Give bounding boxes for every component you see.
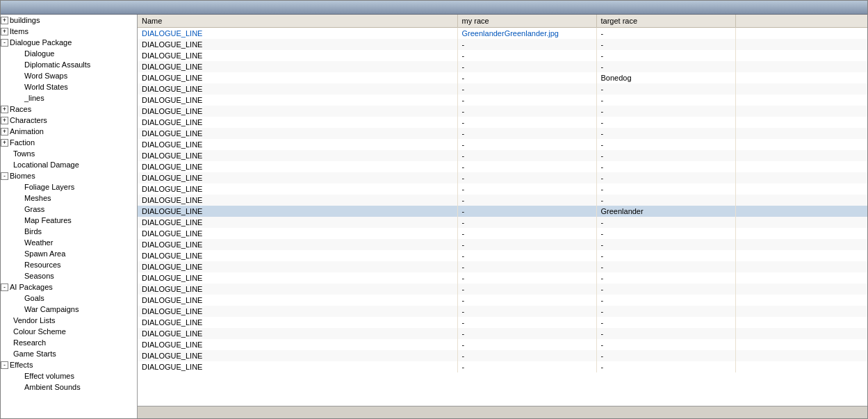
sidebar-item-game-starts[interactable]: Game Starts (1, 348, 137, 359)
expand-icon[interactable]: + (1, 139, 8, 147)
table-row[interactable]: DIALOGUE_LINE-- (138, 317, 867, 328)
cell-name[interactable]: DIALOGUE_LINE (138, 28, 457, 39)
cell-name: DIALOGUE_LINE (138, 106, 457, 117)
table-row[interactable]: DIALOGUE_LINE-- (138, 339, 867, 350)
cell-name: DIALOGUE_LINE (138, 239, 457, 250)
collapse-icon[interactable]: - (1, 361, 8, 369)
table-row[interactable]: DIALOGUE_LINE-- (138, 217, 867, 228)
sidebar-item-foliage-layers[interactable]: Foliage Layers (1, 181, 137, 192)
table-row[interactable]: DIALOGUE_LINE-- (138, 150, 867, 161)
sidebar-item-label: Resources (23, 261, 137, 269)
table-row[interactable]: DIALOGUE_LINE-- (138, 61, 867, 72)
sidebar-item-label: Spawn Area (23, 249, 137, 258)
sidebar-item-effects[interactable]: -Effects (1, 359, 137, 370)
table-row[interactable]: DIALOGUE_LINE-- (138, 272, 867, 284)
sidebar-item-races[interactable]: +Races (1, 104, 137, 115)
col-header-name[interactable]: Name (138, 15, 457, 28)
sidebar-item-goals[interactable]: Goals (1, 293, 137, 304)
sidebar-item-spawn-area[interactable]: Spawn Area (1, 248, 137, 259)
expand-icon[interactable]: + (1, 17, 8, 24)
sidebar-item-locational-damage[interactable]: Locational Damage (1, 159, 137, 170)
expand-icon[interactable]: + (1, 28, 8, 35)
collapse-icon[interactable]: - (1, 172, 8, 180)
sidebar-item-characters[interactable]: +Characters (1, 115, 137, 126)
table-row[interactable]: DIALOGUE_LINE-- (138, 361, 867, 372)
sidebar-item-lines[interactable]: _lines (1, 92, 137, 104)
table-row[interactable]: DIALOGUE_LINE-- (138, 228, 867, 239)
sidebar-item-world-states[interactable]: World States (1, 81, 137, 92)
sidebar-item-colour-scheme[interactable]: Colour Scheme (1, 326, 137, 337)
sidebar-item-buildings[interactable]: +buildings (1, 15, 137, 26)
sidebar-item-biomes[interactable]: -Biomes (1, 170, 137, 181)
sidebar-item-label: Grass (23, 205, 137, 213)
cell-myrace[interactable]: GreenlanderGreenlander.jpg (457, 28, 596, 39)
sidebar-item-diplomatic-assaults[interactable]: Diplomatic Assaults (1, 59, 137, 70)
sidebar-item-dialogue[interactable]: Dialogue (1, 48, 137, 59)
sidebar-item-war-campaigns[interactable]: War Campaigns (1, 304, 137, 315)
cell-extra (735, 306, 867, 317)
sidebar-item-map-features[interactable]: Map Features (1, 215, 137, 226)
sidebar-item-weather[interactable]: Weather (1, 237, 137, 248)
cell-myrace: - (457, 50, 596, 61)
table-row[interactable]: DIALOGUE_LINEGreenlanderGreenlander.jpg- (138, 28, 867, 39)
sidebar-item-grass[interactable]: Grass (1, 204, 137, 215)
cell-targetrace: - (596, 361, 735, 372)
table-row[interactable]: DIALOGUE_LINE-- (138, 83, 867, 95)
sidebar-item-birds[interactable]: Birds (1, 226, 137, 237)
table-container[interactable]: Name my race target race DIALOGUE_LINEGr… (138, 15, 867, 406)
cell-name: DIALOGUE_LINE (138, 183, 457, 195)
table-row[interactable]: DIALOGUE_LINE-- (138, 250, 867, 261)
table-row[interactable]: DIALOGUE_LINE-- (138, 239, 867, 250)
sidebar-item-research[interactable]: Research (1, 337, 137, 348)
table-row[interactable]: DIALOGUE_LINE-- (138, 106, 867, 117)
table-row[interactable]: DIALOGUE_LINE-- (138, 50, 867, 61)
table-row[interactable]: DIALOGUE_LINE-- (138, 295, 867, 306)
sidebar-item-label: Towns (12, 149, 137, 158)
table-row[interactable]: DIALOGUE_LINE-- (138, 261, 867, 272)
table-row[interactable]: DIALOGUE_LINE-- (138, 117, 867, 128)
table-row[interactable]: DIALOGUE_LINE-- (138, 183, 867, 195)
table-row[interactable]: DIALOGUE_LINE-- (138, 139, 867, 150)
sidebar-item-dialogue-package[interactable]: -Dialogue Package (1, 37, 137, 48)
sidebar-item-towns[interactable]: Towns (1, 148, 137, 159)
table-row[interactable]: DIALOGUE_LINE-- (138, 195, 867, 206)
sidebar-item-meshes[interactable]: Meshes (1, 192, 137, 204)
col-header-targetrace[interactable]: target race (596, 15, 735, 28)
table-row[interactable]: DIALOGUE_LINE-- (138, 95, 867, 106)
cell-myrace: - (457, 128, 596, 139)
table-row[interactable]: DIALOGUE_LINE-- (138, 306, 867, 317)
expand-icon[interactable]: + (1, 117, 8, 124)
table-row[interactable]: DIALOGUE_LINE-- (138, 172, 867, 183)
cell-targetrace: - (596, 128, 735, 139)
table-row[interactable]: DIALOGUE_LINE-- (138, 350, 867, 361)
sidebar-item-faction[interactable]: +Faction (1, 137, 137, 148)
sidebar-item-resources[interactable]: Resources (1, 259, 137, 270)
expand-icon[interactable]: + (1, 128, 8, 135)
collapse-icon[interactable]: - (1, 39, 8, 47)
expand-icon[interactable]: + (1, 106, 8, 113)
sidebar-item-effect-volumes[interactable]: Effect volumes (1, 370, 137, 381)
sidebar-item-ai-packages[interactable]: -AI Packages (1, 281, 137, 293)
sidebar-item-animation[interactable]: +Animation (1, 126, 137, 137)
table-row[interactable]: DIALOGUE_LINE-- (138, 284, 867, 295)
table-row[interactable]: DIALOGUE_LINE-Greenlander (138, 206, 867, 217)
sidebar-item-vendor-lists[interactable]: Vendor Lists (1, 315, 137, 326)
sidebar-item-seasons[interactable]: Seasons (1, 270, 137, 281)
table-row[interactable]: DIALOGUE_LINE-Bonedog (138, 72, 867, 83)
collapse-icon[interactable]: - (1, 284, 8, 291)
cell-name: DIALOGUE_LINE (138, 317, 457, 328)
col-header-myrace[interactable]: my race (457, 15, 596, 28)
table-row[interactable]: DIALOGUE_LINE-- (138, 161, 867, 172)
cell-targetrace: - (596, 83, 735, 95)
table-row[interactable]: DIALOGUE_LINE-- (138, 328, 867, 339)
table-row[interactable]: DIALOGUE_LINE-- (138, 128, 867, 139)
cell-name: DIALOGUE_LINE (138, 217, 457, 228)
sidebar-item-items[interactable]: +Items (1, 26, 137, 37)
sidebar-item-word-swaps[interactable]: Word Swaps (1, 70, 137, 81)
cell-myrace: - (457, 250, 596, 261)
sidebar[interactable]: +buildings+Items-Dialogue PackageDialogu… (1, 15, 138, 418)
sidebar-item-ambient-sounds[interactable]: Ambient Sounds (1, 381, 137, 393)
table-row[interactable]: DIALOGUE_LINE-- (138, 39, 867, 50)
cell-targetrace: - (596, 217, 735, 228)
sidebar-item-label: Ambient Sounds (23, 383, 137, 391)
